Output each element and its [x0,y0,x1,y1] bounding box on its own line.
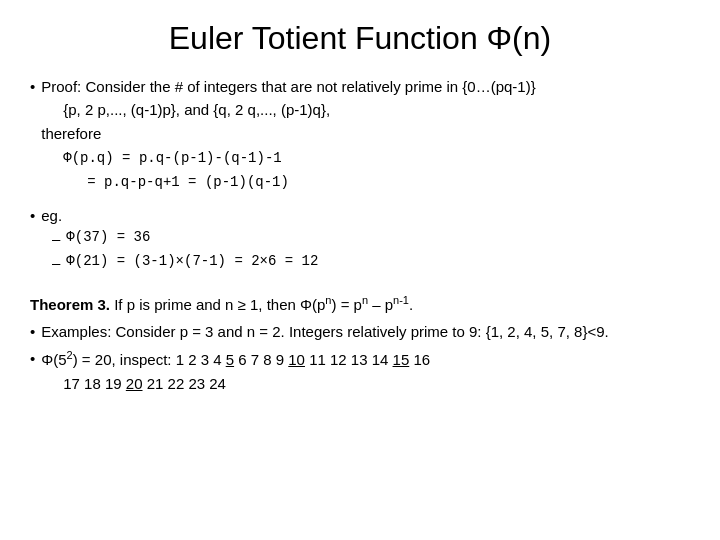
eg-line1: – Φ(37) = 36 [52,227,690,250]
proof-intro-line: • Proof: Consider the # of integers that… [30,75,690,194]
eg-phi37: Φ(37) = 36 [66,227,150,249]
theorem-phi52-line2: 17 18 19 20 21 22 23 24 [63,372,226,395]
bullet-2: • [30,204,35,227]
proof-formula2: = p.q-p-q+1 = (p-1)(q-1) [87,172,289,194]
theorem-section: Theorem 3. If p is prime and n ≥ 1, then… [30,292,690,395]
bullet-4: • [30,347,35,370]
theorem-statement: Theorem 3. If p is prime and n ≥ 1, then… [30,292,690,316]
proof-intro-text: Proof: Consider the # of integers that a… [41,75,535,194]
underline-5: 5 [226,351,234,368]
dash-2: – [52,251,60,274]
theorem-label: Theorem 3. [30,296,110,313]
bullet-3: • [30,320,35,343]
dash-1: – [52,227,60,250]
eg-label: eg. [41,204,62,227]
underline-10: 10 [288,351,305,368]
page-title: Euler Totient Function Φ(n) [30,20,690,57]
underline-15: 15 [393,351,410,368]
proof-formula1: Φ(p.q) = p.q-(p-1)-(q-1)-1 [63,148,281,170]
theorem-text: If p is prime and n ≥ 1, then Φ(pn) = pn… [114,296,413,313]
bullet-1: • [30,75,35,98]
theorem-examples-text: Examples: Consider p = 3 and n = 2. Inte… [41,320,608,343]
main-content: • Proof: Consider the # of integers that… [30,75,690,395]
theorem-phi52-text: Φ(52) = 20, inspect: 1 2 3 4 5 6 7 8 9 1… [41,347,430,395]
eg-phi21: Φ(21) = (3-1)×(7-1) = 2×6 = 12 [66,251,318,273]
proof-set1: {p, 2 p,..., (q-1)p}, and {q, 2 q,..., (… [63,98,330,121]
underline-20: 20 [126,375,143,392]
eg-line2: – Φ(21) = (3-1)×(7-1) = 2×6 = 12 [52,251,690,274]
theorem-bullet1: • Examples: Consider p = 3 and n = 2. In… [30,320,690,343]
eg-intro-line: • eg. [30,204,690,227]
theorem-bullet2: • Φ(52) = 20, inspect: 1 2 3 4 5 6 7 8 9… [30,347,690,395]
proof-section: • Proof: Consider the # of integers that… [30,75,690,194]
proof-therefore: therefore [41,125,101,142]
eg-section: • eg. – Φ(37) = 36 – Φ(21) = (3-1)×(7-1)… [30,204,690,274]
